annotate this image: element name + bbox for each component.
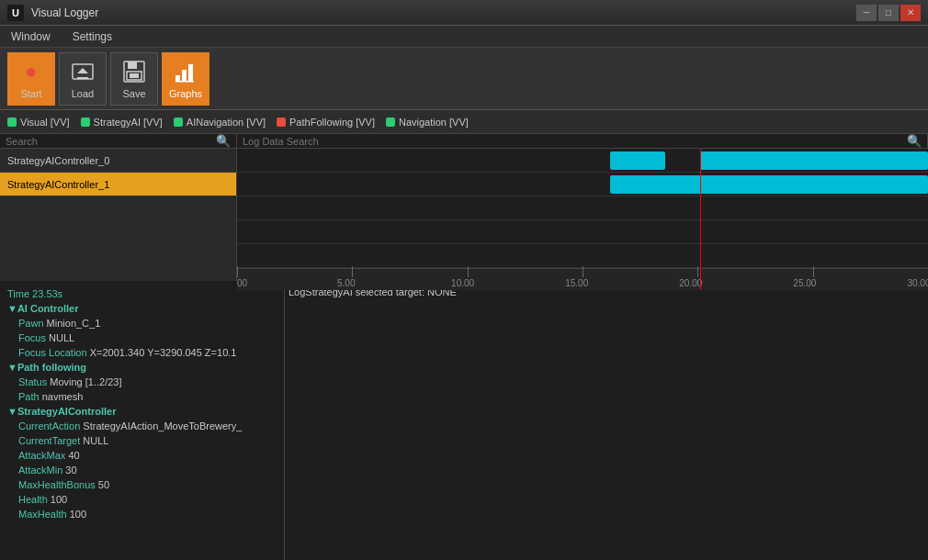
log-section-strategy: ▼StrategyAIController — [7, 404, 277, 419]
timeline-block — [610, 175, 928, 194]
menu-settings[interactable]: Settings — [69, 28, 116, 45]
entity-row[interactable]: StrategyAIController_1 — [0, 173, 236, 196]
load-icon — [70, 59, 96, 84]
log-entry: Pawn Minion_C_1 — [7, 316, 277, 330]
entity-row[interactable]: StrategyAIController_0 — [0, 149, 236, 173]
start-button[interactable]: ● Start — [7, 52, 55, 106]
log-entry: CurrentAction StrategyAIAction_MoveToBre… — [7, 419, 277, 433]
timeline-track-1 — [237, 173, 928, 196]
legend-dot-strategyai — [81, 118, 90, 127]
log-entry: MaxHealthBonus 50 — [7, 477, 277, 492]
entity-search-box: 🔍 — [0, 134, 237, 148]
load-button[interactable]: Load — [59, 52, 107, 106]
legend-bar: Visual [VV] StrategyAI [VV] AINavigation… — [0, 110, 928, 134]
svg-rect-10 — [175, 81, 194, 83]
window-title: Visual Logger — [31, 6, 856, 19]
timeline-ruler: 00 5.00 10.00 15.00 20.00 25.00 30.00 — [237, 268, 928, 290]
timeline-block — [610, 151, 665, 170]
legend-ainavigation: AINavigation [VV] — [174, 117, 266, 128]
legend-dot-navigation — [386, 118, 395, 127]
log-entry: Path navmesh — [7, 389, 277, 404]
log-entry: CurrentTarget NULL — [7, 433, 277, 448]
title-bar: U Visual Logger ─ □ ✕ — [0, 0, 928, 26]
save-icon — [121, 59, 147, 84]
ue-logo: U — [7, 5, 24, 21]
svg-rect-2 — [77, 77, 88, 79]
timeline-track-4 — [237, 244, 928, 268]
start-icon: ● — [18, 59, 44, 84]
entity-search-input[interactable] — [6, 136, 212, 147]
graphs-icon — [173, 59, 198, 84]
log-entry: MaxHealth 100 — [7, 507, 277, 521]
log-section-ai-controller: ▼AI Controller — [7, 301, 277, 316]
menu-window[interactable]: Window — [7, 28, 54, 45]
legend-navigation: Navigation [VV] — [386, 117, 469, 128]
window-controls: ─ □ ✕ — [856, 5, 921, 21]
log-entry: Focus NULL — [7, 330, 277, 345]
legend-visual: Visual [VV] — [7, 117, 70, 128]
svg-rect-6 — [130, 73, 139, 78]
svg-rect-8 — [182, 70, 187, 82]
timeline-content: StrategyAIController_0 StrategyAIControl… — [0, 149, 928, 290]
svg-rect-4 — [128, 62, 137, 69]
close-button[interactable]: ✕ — [900, 5, 921, 21]
bottom-panel: Time 23.53s ▼AI Controller Pawn Minion_C… — [0, 281, 928, 560]
legend-pathfollowing: PathFollowing [VV] — [277, 117, 375, 128]
log-section-path: ▼Path following — [7, 360, 277, 375]
legend-dot-visual — [7, 118, 17, 127]
legend-strategyai: StrategyAI [VV] — [81, 117, 163, 128]
timeline-section: 🔍 🔍 StrategyAIController_0 StrategyAICon… — [0, 134, 928, 281]
entity-list: StrategyAIController_0 StrategyAIControl… — [0, 149, 237, 290]
legend-dot-ainavigation — [174, 118, 183, 127]
log-search-input[interactable] — [243, 136, 903, 147]
menu-bar: Window Settings — [0, 26, 928, 48]
timeline-track-2 — [237, 196, 928, 220]
log-entry: AttackMin 30 — [7, 463, 277, 477]
timeline-track-3 — [237, 220, 928, 244]
log-entry: AttackMax 40 — [7, 448, 277, 463]
log-search-box: 🔍 — [237, 134, 928, 148]
search-icon: 🔍 — [216, 134, 231, 148]
save-button[interactable]: Save — [110, 52, 158, 106]
graphs-button[interactable]: Graphs — [162, 52, 209, 106]
log-search-icon: 🔍 — [907, 134, 922, 148]
svg-rect-9 — [188, 64, 193, 82]
log-entry: Status Moving [1..2/23] — [7, 375, 277, 389]
log-entry: Focus Location X=2001.340 Y=3290.045 Z=1… — [7, 345, 277, 360]
search-row: 🔍 🔍 — [0, 134, 928, 149]
svg-marker-1 — [77, 68, 88, 73]
log-right-panel: LogStrategyAI selected target: NONE — [285, 281, 928, 560]
svg-rect-7 — [175, 75, 180, 82]
log-left-panel: Time 23.53s ▼AI Controller Pawn Minion_C… — [0, 281, 285, 560]
timeline-track-0 — [237, 149, 928, 173]
legend-dot-pathfollowing — [277, 118, 286, 127]
main-area: 🔍 🔍 StrategyAIController_0 StrategyAICon… — [0, 134, 928, 560]
timeline-graph[interactable]: 00 5.00 10.00 15.00 20.00 25.00 30.00 — [237, 149, 928, 290]
minimize-button[interactable]: ─ — [856, 5, 877, 21]
maximize-button[interactable]: □ — [878, 5, 899, 21]
toolbar: ● Start Load Save — [0, 48, 928, 110]
timeline-block — [700, 151, 928, 170]
log-entry: Health 100 — [7, 492, 277, 507]
